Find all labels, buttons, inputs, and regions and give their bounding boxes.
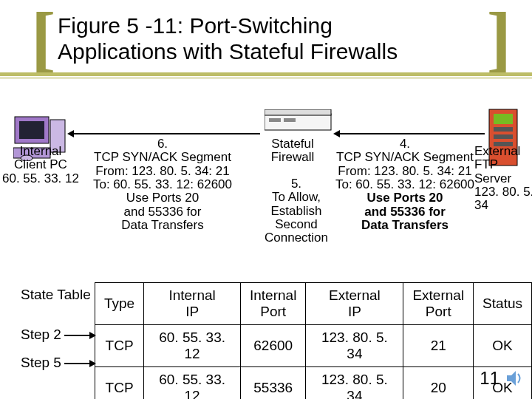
r0-status: OK [474, 325, 532, 367]
h-iip: Internal IP [144, 283, 241, 325]
firewall-svg [265, 109, 332, 133]
m6l1: TCP SYN/ACK Segment [94, 150, 231, 164]
arrow-icon [64, 363, 94, 364]
firewall-icon [265, 109, 332, 136]
m6l3: To: 60. 55. 33. 12: 62600 [93, 177, 232, 191]
arrow-6 [69, 133, 260, 134]
svg-rect-1 [19, 121, 44, 139]
h-eport: External Port [403, 283, 474, 325]
m4l2: From: 123. 80. 5. 34: 21 [338, 164, 471, 178]
m5n: 5. [291, 177, 301, 191]
h-type: Type [95, 283, 144, 325]
msg-6: 6. TCP SYN/ACK Segment From: 123. 80. 5.… [81, 137, 244, 233]
m5l2: Establish [271, 204, 322, 218]
h-status: Status [474, 283, 532, 325]
svg-rect-7 [269, 118, 281, 122]
svg-marker-14 [507, 371, 516, 386]
m5l1: To Allow, [272, 190, 321, 204]
fw-l2: Firewall [271, 150, 315, 164]
svg-rect-12 [494, 134, 513, 139]
r0-iip: 60. 55. 33. 12 [144, 325, 241, 367]
m4l1: TCP SYN/ACK Segment [336, 150, 474, 164]
r1-type: TCP [95, 367, 144, 400]
m6l4: Use Ports 20 [126, 191, 199, 205]
step5: Step 5 [21, 355, 61, 370]
m6l2: From: 123. 80. 5. 34: 21 [95, 164, 229, 178]
m5l4: Connection [265, 231, 328, 245]
r1-iip: 60. 55. 33. 12 [144, 367, 241, 400]
diagram: Internal Client PC 60. 55. 33. 12 Statef… [0, 111, 532, 273]
step-5-label: Step 5 [21, 355, 97, 371]
title-line2: Applications with Stateful Firewalls [58, 39, 398, 64]
state-table-label: State Table [21, 287, 91, 303]
h-eip: External IP [306, 283, 403, 325]
svg-rect-6 [265, 109, 331, 115]
fw-l1: Stateful [271, 137, 314, 151]
page-number: 11 [480, 368, 499, 389]
msg-4: 4. TCP SYN/ACK Segment From: 123. 80. 5.… [324, 137, 486, 233]
divider [0, 77, 532, 79]
r0-iport: 62600 [241, 325, 306, 367]
bracket-left-icon: [ [31, 9, 55, 68]
h-iport: Internal Port [241, 283, 306, 325]
m6l5: and 55336 for [124, 205, 202, 219]
r1-eport: 20 [403, 367, 474, 400]
pc-l1: Internal [20, 144, 62, 158]
m4l5: and 55336 for [364, 205, 446, 219]
table-header-row: Type Internal IP Internal Port External … [95, 283, 532, 325]
r0-type: TCP [95, 325, 144, 367]
m5l3: Second [275, 217, 318, 231]
title-line1: Figure 5 -11: Port-Switching [58, 13, 332, 38]
arrow-4 [335, 133, 485, 134]
step-2-label: Step 2 [21, 327, 97, 343]
m4l4: Use Ports 20 [367, 191, 443, 205]
bracket-right-icon: ] [487, 9, 511, 68]
m6l6: Data Transfers [121, 218, 204, 232]
table-row: TCP 60. 55. 33. 12 55336 123. 80. 5. 34 … [95, 367, 532, 400]
fw-label: Stateful Firewall [263, 137, 322, 165]
svg-rect-8 [284, 118, 296, 122]
arrow-icon [64, 335, 94, 336]
r0-eport: 21 [403, 325, 474, 367]
pc-l3: 60. 55. 33. 12 [2, 171, 79, 185]
r1-iport: 55336 [241, 367, 306, 400]
divider [0, 72, 532, 76]
r1-eip: 123. 80. 5. 34 [306, 367, 403, 400]
pc-label: Internal Client PC 60. 55. 33. 12 [0, 145, 81, 185]
pc-l2: Client PC [14, 157, 67, 171]
speaker-icon [507, 371, 525, 389]
svg-rect-11 [494, 127, 513, 132]
m6n: 6. [157, 137, 168, 151]
m4l3: To: 60. 55. 33. 12: 62600 [335, 177, 474, 191]
m4n: 4. [400, 137, 410, 151]
state-table: Type Internal IP Internal Port External … [95, 282, 532, 399]
r0-eip: 123. 80. 5. 34 [306, 325, 403, 367]
svg-rect-10 [494, 114, 513, 124]
table-row: TCP 60. 55. 33. 12 62600 123. 80. 5. 34 … [95, 325, 532, 367]
step2: Step 2 [21, 327, 61, 342]
m4l6: Data Transfers [361, 218, 449, 232]
slide-title: Figure 5 -11: Port-SwitchingApplications… [58, 13, 488, 64]
